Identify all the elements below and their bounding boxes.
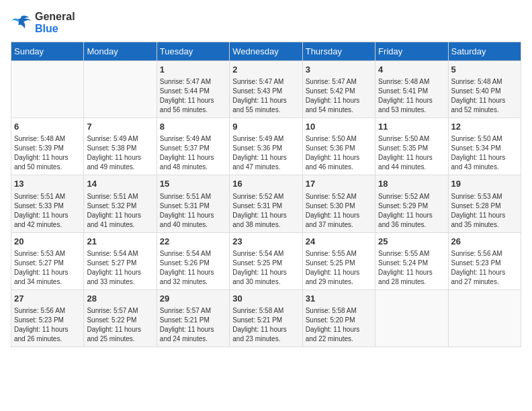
day-number: 18 xyxy=(378,178,445,190)
day-info: Sunrise: 5:47 AM Sunset: 5:43 PM Dayligh… xyxy=(232,77,299,115)
calendar-header-sunday: Sunday xyxy=(11,42,84,61)
calendar-cell: 7Sunrise: 5:49 AM Sunset: 5:38 PM Daylig… xyxy=(84,118,157,175)
calendar-cell: 25Sunrise: 5:55 AM Sunset: 5:24 PM Dayli… xyxy=(375,232,448,289)
calendar-cell: 10Sunrise: 5:50 AM Sunset: 5:36 PM Dayli… xyxy=(302,118,375,175)
calendar-week-4: 20Sunrise: 5:53 AM Sunset: 5:27 PM Dayli… xyxy=(11,232,521,289)
calendar-cell: 11Sunrise: 5:50 AM Sunset: 5:35 PM Dayli… xyxy=(375,118,448,175)
calendar-header-thursday: Thursday xyxy=(302,42,375,61)
day-number: 31 xyxy=(306,293,372,305)
day-info: Sunrise: 5:48 AM Sunset: 5:41 PM Dayligh… xyxy=(378,77,445,115)
calendar-cell: 17Sunrise: 5:52 AM Sunset: 5:30 PM Dayli… xyxy=(302,175,375,232)
day-number: 11 xyxy=(378,121,445,133)
calendar-cell: 16Sunrise: 5:52 AM Sunset: 5:31 PM Dayli… xyxy=(230,175,302,232)
day-number: 9 xyxy=(232,121,299,133)
calendar-cell: 29Sunrise: 5:57 AM Sunset: 5:21 PM Dayli… xyxy=(157,289,229,347)
calendar-week-2: 6Sunrise: 5:48 AM Sunset: 5:39 PM Daylig… xyxy=(11,118,521,175)
calendar-cell: 9Sunrise: 5:49 AM Sunset: 5:36 PM Daylig… xyxy=(230,118,302,175)
calendar-cell: 26Sunrise: 5:56 AM Sunset: 5:23 PM Dayli… xyxy=(448,232,521,289)
calendar-cell: 19Sunrise: 5:53 AM Sunset: 5:28 PM Dayli… xyxy=(448,175,521,232)
day-number: 28 xyxy=(87,293,153,305)
calendar-cell: 15Sunrise: 5:51 AM Sunset: 5:31 PM Dayli… xyxy=(157,175,229,232)
day-number: 13 xyxy=(14,178,81,190)
day-info: Sunrise: 5:55 AM Sunset: 5:25 PM Dayligh… xyxy=(306,249,372,287)
day-number: 26 xyxy=(451,236,518,248)
calendar-cell: 3Sunrise: 5:47 AM Sunset: 5:42 PM Daylig… xyxy=(302,61,375,118)
day-number: 5 xyxy=(451,64,518,76)
day-info: Sunrise: 5:50 AM Sunset: 5:34 PM Dayligh… xyxy=(451,134,518,172)
day-number: 1 xyxy=(160,64,226,76)
day-info: Sunrise: 5:58 AM Sunset: 5:21 PM Dayligh… xyxy=(232,306,299,344)
logo: General Blue xyxy=(11,11,75,35)
day-info: Sunrise: 5:48 AM Sunset: 5:39 PM Dayligh… xyxy=(14,134,81,172)
day-info: Sunrise: 5:50 AM Sunset: 5:35 PM Dayligh… xyxy=(378,134,445,172)
calendar-cell xyxy=(448,289,521,347)
calendar-header-friday: Friday xyxy=(375,42,448,61)
day-info: Sunrise: 5:50 AM Sunset: 5:36 PM Dayligh… xyxy=(306,134,372,172)
day-info: Sunrise: 5:54 AM Sunset: 5:25 PM Dayligh… xyxy=(232,249,299,287)
calendar-cell: 2Sunrise: 5:47 AM Sunset: 5:43 PM Daylig… xyxy=(230,61,302,118)
day-number: 23 xyxy=(232,236,299,248)
day-number: 30 xyxy=(232,293,299,305)
day-number: 15 xyxy=(160,178,226,190)
day-info: Sunrise: 5:57 AM Sunset: 5:22 PM Dayligh… xyxy=(87,306,153,344)
day-number: 14 xyxy=(87,178,153,190)
day-info: Sunrise: 5:51 AM Sunset: 5:32 PM Dayligh… xyxy=(87,192,153,230)
calendar-cell: 13Sunrise: 5:51 AM Sunset: 5:33 PM Dayli… xyxy=(11,175,84,232)
calendar-header-wednesday: Wednesday xyxy=(230,42,302,61)
day-number: 20 xyxy=(14,236,81,248)
calendar-header-monday: Monday xyxy=(84,42,157,61)
day-info: Sunrise: 5:53 AM Sunset: 5:27 PM Dayligh… xyxy=(14,249,81,287)
day-info: Sunrise: 5:53 AM Sunset: 5:28 PM Dayligh… xyxy=(451,192,518,230)
calendar-week-3: 13Sunrise: 5:51 AM Sunset: 5:33 PM Dayli… xyxy=(11,175,521,232)
calendar-cell: 30Sunrise: 5:58 AM Sunset: 5:21 PM Dayli… xyxy=(230,289,302,347)
day-number: 7 xyxy=(87,121,153,133)
calendar-cell: 14Sunrise: 5:51 AM Sunset: 5:32 PM Dayli… xyxy=(84,175,157,232)
day-number: 17 xyxy=(306,178,372,190)
calendar-week-5: 27Sunrise: 5:56 AM Sunset: 5:23 PM Dayli… xyxy=(11,289,521,347)
day-number: 29 xyxy=(160,293,226,305)
day-info: Sunrise: 5:51 AM Sunset: 5:33 PM Dayligh… xyxy=(14,192,81,230)
calendar-cell: 22Sunrise: 5:54 AM Sunset: 5:26 PM Dayli… xyxy=(157,232,229,289)
logo-text: General Blue xyxy=(35,11,75,35)
day-info: Sunrise: 5:49 AM Sunset: 5:38 PM Dayligh… xyxy=(87,134,153,172)
day-number: 12 xyxy=(451,121,518,133)
calendar-cell: 5Sunrise: 5:48 AM Sunset: 5:40 PM Daylig… xyxy=(448,61,521,118)
day-info: Sunrise: 5:57 AM Sunset: 5:21 PM Dayligh… xyxy=(160,306,226,344)
day-number: 24 xyxy=(306,236,372,248)
calendar-table: SundayMondayTuesdayWednesdayThursdayFrid… xyxy=(11,42,521,347)
day-info: Sunrise: 5:47 AM Sunset: 5:42 PM Dayligh… xyxy=(306,77,372,115)
day-info: Sunrise: 5:49 AM Sunset: 5:36 PM Dayligh… xyxy=(232,134,299,172)
calendar-cell: 27Sunrise: 5:56 AM Sunset: 5:23 PM Dayli… xyxy=(11,289,84,347)
day-info: Sunrise: 5:52 AM Sunset: 5:29 PM Dayligh… xyxy=(378,192,445,230)
day-number: 19 xyxy=(451,178,518,190)
day-info: Sunrise: 5:56 AM Sunset: 5:23 PM Dayligh… xyxy=(14,306,81,344)
day-info: Sunrise: 5:55 AM Sunset: 5:24 PM Dayligh… xyxy=(378,249,445,287)
day-info: Sunrise: 5:49 AM Sunset: 5:37 PM Dayligh… xyxy=(160,134,226,172)
day-info: Sunrise: 5:51 AM Sunset: 5:31 PM Dayligh… xyxy=(160,192,226,230)
calendar-header: SundayMondayTuesdayWednesdayThursdayFrid… xyxy=(11,42,521,61)
day-info: Sunrise: 5:48 AM Sunset: 5:40 PM Dayligh… xyxy=(451,77,518,115)
calendar-cell: 1Sunrise: 5:47 AM Sunset: 5:44 PM Daylig… xyxy=(157,61,229,118)
calendar-cell: 18Sunrise: 5:52 AM Sunset: 5:29 PM Dayli… xyxy=(375,175,448,232)
calendar-cell: 31Sunrise: 5:58 AM Sunset: 5:20 PM Dayli… xyxy=(302,289,375,347)
day-number: 10 xyxy=(306,121,372,133)
day-info: Sunrise: 5:47 AM Sunset: 5:44 PM Dayligh… xyxy=(160,77,226,115)
day-number: 6 xyxy=(14,121,81,133)
calendar-cell xyxy=(375,289,448,347)
calendar-cell: 23Sunrise: 5:54 AM Sunset: 5:25 PM Dayli… xyxy=(230,232,302,289)
calendar-cell: 4Sunrise: 5:48 AM Sunset: 5:41 PM Daylig… xyxy=(375,61,448,118)
day-info: Sunrise: 5:54 AM Sunset: 5:27 PM Dayligh… xyxy=(87,249,153,287)
day-number: 3 xyxy=(306,64,372,76)
calendar-cell: 21Sunrise: 5:54 AM Sunset: 5:27 PM Dayli… xyxy=(84,232,157,289)
day-number: 8 xyxy=(160,121,226,133)
day-number: 25 xyxy=(378,236,445,248)
calendar-cell: 12Sunrise: 5:50 AM Sunset: 5:34 PM Dayli… xyxy=(448,118,521,175)
calendar-cell: 28Sunrise: 5:57 AM Sunset: 5:22 PM Dayli… xyxy=(84,289,157,347)
logo-icon xyxy=(11,13,32,32)
day-number: 22 xyxy=(160,236,226,248)
calendar-week-1: 1Sunrise: 5:47 AM Sunset: 5:44 PM Daylig… xyxy=(11,61,521,118)
day-number: 16 xyxy=(232,178,299,190)
calendar-body: 1Sunrise: 5:47 AM Sunset: 5:44 PM Daylig… xyxy=(11,61,521,347)
day-number: 2 xyxy=(232,64,299,76)
calendar-header-saturday: Saturday xyxy=(448,42,521,61)
